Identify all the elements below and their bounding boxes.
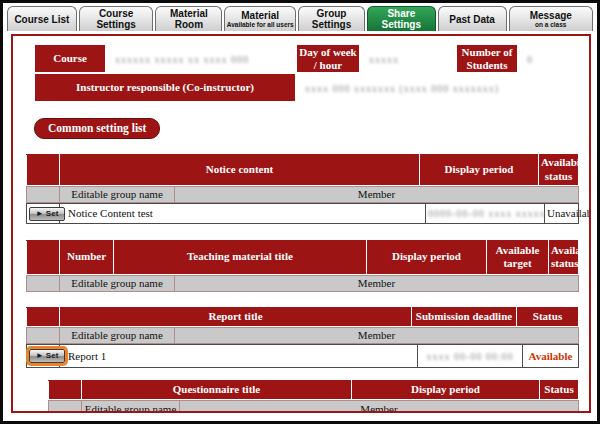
tab-label: Group Settings [300,8,363,30]
questionnaire-title-header: Questionnaire title [82,380,352,399]
material-editable-group-label: Editable group name [60,275,175,291]
report-title-cell: Report 1 [60,344,418,367]
tab-sublabel: on a class [511,21,592,28]
day-of-week-value: xxxxx [360,44,456,73]
questionnaire-display-period-header: Display period [352,380,540,399]
tab-share-settings[interactable]: Share Settings [367,6,436,31]
notice-table: Notice content Display period Availabili… [26,154,579,224]
report-set-button-highlighted[interactable]: ► Set [29,349,65,363]
tab-sublabel: Available for all users [226,21,294,28]
number-of-students-label: Number of Students [456,44,518,73]
notice-period-redacted: 0000-00-00 xxxx xxxxx [428,208,546,219]
report-group-set-cell [27,327,60,343]
day-of-week-label: Day of week / hour [296,44,360,73]
notice-content-header: Notice content [60,155,420,186]
tab-label: Message [511,10,592,21]
course-value-redacted: xxxxxx xxxxx xx xxxx 000 [115,54,249,65]
notice-group-set-cell [27,186,60,202]
notice-availability-status-header: Availability status [539,155,579,186]
material-group-set-cell [27,275,60,291]
course-label: Course [34,44,106,73]
report-status-header: Status [517,307,579,326]
notice-set-button[interactable]: ► Set [29,207,65,221]
notice-row: ► Set Notice Content test 0000-00-00 xxx… [27,203,579,223]
questionnaire-member-label: Member [180,400,579,413]
material-member-label: Member [175,275,579,291]
course-info-table: Course xxxxxx xxxxx xx xxxx 000 Day of w… [34,44,564,102]
tab-material-room[interactable]: Material Room [155,6,222,31]
teaching-material-table: Number Teaching material title Display p… [26,240,579,292]
material-availability-status-header: Availability status [549,240,579,274]
report-deadline-redacted: xxxx 00-00 00:00 [426,351,513,362]
report-row: ► Set Report 1 xxxx 00-00 00:00 Availabl… [27,344,579,367]
instructor-label: Instructor responsible (Co-instructor) [34,73,296,102]
app-window: Course List Course Settings Material Roo… [0,0,600,424]
instructor-value-redacted: xxxx 000 xxxxxxx (xxxx 000 xxxxxxx) [305,83,499,94]
share-settings-panel: Course xxxxxx xxxxx xx xxxx 000 Day of w… [11,34,591,413]
questionnaire-editable-group-label: Editable group name [82,400,180,413]
questionnaire-table: Questionnaire title Display period Statu… [48,380,579,413]
notice-status-cell: Unavailable [545,203,579,223]
number-of-students-value: 0 [518,44,564,73]
notice-set-col-header [27,155,60,186]
notice-period-cell: 0000-00-00 xxxx xxxxx [426,203,545,223]
tab-course-list[interactable]: Course List [7,6,77,31]
report-set-cell: ► Set [27,344,60,367]
material-available-target-header: Available target [487,240,549,274]
questionnaire-group-set-cell [49,400,82,413]
tab-label: Course Settings [81,8,152,30]
notice-title-cell: Notice Content test [60,203,426,223]
report-set-col-header [27,307,60,326]
report-status-cell: Available [523,344,579,367]
tab-label: Share Settings [369,8,434,30]
report-member-label: Member [175,327,579,343]
tab-label: Past Data [440,14,505,25]
report-editable-group-label: Editable group name [60,327,175,343]
tab-group-settings[interactable]: Group Settings [298,6,365,31]
notice-editable-group-label: Editable group name [60,186,175,202]
report-table: Report title Submission deadline Status … [26,307,579,368]
course-value: xxxxxx xxxxx xx xxxx 000 [106,44,296,73]
questionnaire-status-header: Status [540,380,579,399]
tab-label: Course List [9,14,75,25]
tab-bar: Course List Course Settings Material Roo… [3,3,597,31]
material-number-header: Number [60,240,114,274]
day-value-redacted: xxxxx [369,54,399,65]
report-submission-deadline-header: Submission deadline [412,307,517,326]
tab-past-data[interactable]: Past Data [438,6,507,31]
questionnaire-set-col-header [49,380,82,399]
tab-label: Material [226,10,294,21]
instructor-value: xxxx 000 xxxxxxx (xxxx 000 xxxxxxx) [296,73,564,102]
notice-member-label: Member [175,186,579,202]
material-set-col-header [27,240,60,274]
tab-material-all-users[interactable]: Material Available for all users [224,6,296,31]
tab-label: Material Room [157,8,220,30]
tab-message-on-class[interactable]: Message on a class [509,6,594,31]
notice-set-cell: ► Set [27,203,60,223]
report-deadline-cell: xxxx 00-00 00:00 [418,344,523,367]
common-setting-list-badge: Common setting list [34,118,160,139]
notice-display-period-header: Display period [420,155,539,186]
material-title-header: Teaching material title [114,240,367,274]
students-value-redacted: 0 [527,54,533,65]
tab-course-settings[interactable]: Course Settings [79,6,154,31]
report-title-header: Report title [60,307,412,326]
material-display-period-header: Display period [367,240,487,274]
